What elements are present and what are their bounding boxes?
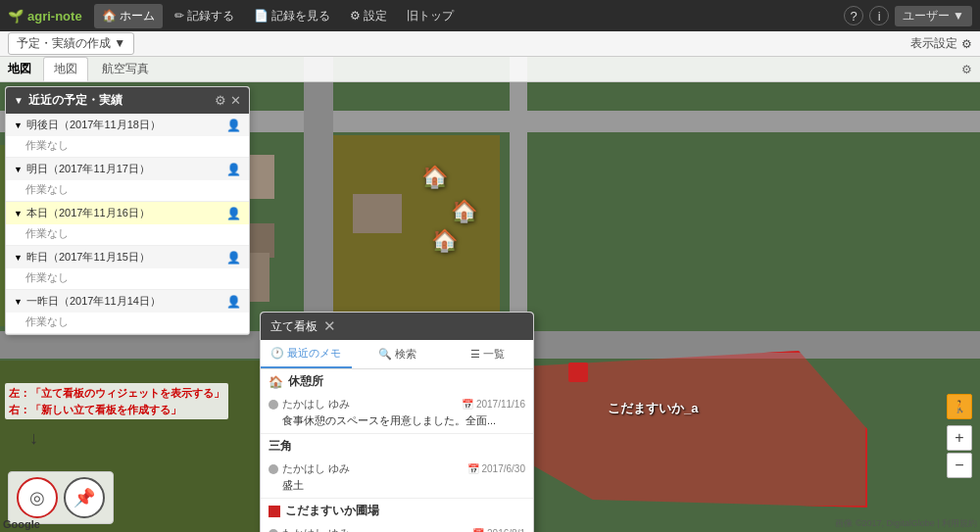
person-icon-2[interactable]: 👤 bbox=[226, 207, 241, 220]
tab-map[interactable]: 地図 bbox=[43, 57, 88, 81]
settings-nav-icon: ⚙ bbox=[350, 9, 361, 23]
map-title-bar: 地図 地図 航空写真 ⚙ bbox=[0, 57, 980, 82]
map-settings-icon[interactable]: ⚙ bbox=[961, 63, 972, 76]
tate-widget-icon: ◎ bbox=[29, 487, 45, 508]
panel-header-icons: ⚙ ✕ bbox=[215, 93, 241, 108]
map-red-marker[interactable] bbox=[568, 363, 588, 382]
zoom-controls: 🚶 + − bbox=[947, 394, 972, 478]
date-text-3: 昨日（2017年11月15日） bbox=[26, 250, 150, 265]
app-name: agri-note bbox=[27, 9, 82, 24]
old-top-button[interactable]: 旧トップ bbox=[399, 4, 462, 28]
tate-entry-3[interactable]: たかはし ゆみ 📅 2016/8/1 bbox=[261, 521, 533, 532]
entry-3-author: たかはし ゆみ bbox=[282, 526, 350, 532]
tate-tab-search[interactable]: 🔍 検索 bbox=[352, 340, 443, 368]
tate-popup-close-button[interactable]: ✕ bbox=[323, 317, 336, 335]
tate-entry-2-header: たかはし ゆみ 📅 2017/6/30 bbox=[269, 461, 525, 476]
panel-title: 近近の予定・実績 bbox=[28, 92, 210, 109]
annotation-arrow: ↓ bbox=[29, 428, 38, 449]
bottom-action-buttons: ◎ 📌 bbox=[8, 471, 114, 524]
entry-3-date: 📅 2016/8/1 bbox=[472, 528, 525, 532]
collapse-icon-2: ▼ bbox=[14, 209, 23, 218]
schedule-date-0[interactable]: ▼ 明後日（2017年11月18日） 👤 bbox=[6, 114, 249, 136]
zoom-out-button[interactable]: − bbox=[947, 453, 972, 478]
settings-button[interactable]: ⚙ 設定 bbox=[342, 4, 395, 28]
create-schedule-button[interactable]: 予定・実績の作成 ▼ bbox=[8, 32, 134, 55]
calendar-icon-3: 📅 bbox=[472, 528, 484, 532]
panel-settings-icon[interactable]: ⚙ bbox=[215, 93, 226, 108]
zoom-in-button[interactable]: + bbox=[947, 425, 972, 451]
schedule-item-4: ▼ 一昨日（2017年11月14日） 👤 作業なし bbox=[6, 290, 249, 334]
copyright-text: 画像 ©2017, DigitalGlobe | 利用規約 bbox=[835, 517, 977, 530]
schedule-date-1[interactable]: ▼ 明日（2017年11月17日） 👤 bbox=[6, 158, 249, 180]
new-tate-icon: 📌 bbox=[74, 487, 95, 508]
schedule-date-3[interactable]: ▼ 昨日（2017年11月15日） 👤 bbox=[6, 246, 249, 268]
person-icon-1[interactable]: 👤 bbox=[226, 163, 241, 176]
schedule-date-today[interactable]: ▼ 本日（2017年11月16日） 👤 bbox=[6, 202, 249, 224]
tate-popup-content: 🏠 休憩所 たかはし ゆみ 📅 2017/11/16 食事休憩のスペースを用意し… bbox=[261, 369, 533, 532]
logo-icon: 🌱 bbox=[8, 9, 24, 24]
task-text-0: 作業なし bbox=[6, 136, 249, 157]
map-title: 地図 bbox=[8, 61, 31, 77]
tate-section-3-title: こだますいか圃場 bbox=[261, 499, 533, 521]
help-button[interactable]: ? bbox=[844, 6, 863, 25]
annotation-text: 左：「立て看板のウィジェットを表示する」 右：「新しい立て看板を作成する」 bbox=[5, 383, 228, 419]
collapse-icon-0: ▼ bbox=[14, 121, 23, 130]
tate-kanban-popup: 立て看板 ✕ 🕐 最近のメモ 🔍 検索 ☰ 一覧 🏠 休憩所 bbox=[260, 312, 534, 532]
home-icon: 🏠 bbox=[102, 9, 117, 23]
red-square-icon bbox=[269, 506, 280, 517]
search-icon: 🔍 bbox=[378, 348, 392, 361]
entry-1-dot bbox=[269, 400, 278, 410]
annotation-left: 左：「立て看板のウィジェットを表示する」 bbox=[9, 385, 224, 402]
info-button[interactable]: i bbox=[869, 6, 889, 25]
entry-2-author: たかはし ゆみ bbox=[282, 461, 350, 476]
top-navigation: 🌱 agri-note 🏠 ホーム ✏ 記録する 📄 記録を見る ⚙ 設定 旧ト… bbox=[0, 0, 980, 31]
schedule-panel: ▼ 近近の予定・実績 ⚙ ✕ ▼ 明後日（2017年11月18日） 👤 作業なし… bbox=[5, 86, 250, 335]
task-text-4: 作業なし bbox=[6, 313, 249, 333]
house-section-icon: 🏠 bbox=[269, 375, 283, 389]
display-settings-icon: ⚙ bbox=[961, 37, 972, 51]
house-icon-2[interactable]: 🏠 bbox=[451, 199, 477, 224]
user-name: ユーザー bbox=[903, 8, 950, 24]
tate-entry-2[interactable]: たかはし ゆみ 📅 2017/6/30 盛土 bbox=[261, 457, 533, 499]
tate-popup-header: 立て看板 ✕ bbox=[261, 313, 533, 340]
panel-arrow-icon: ▼ bbox=[14, 95, 24, 106]
task-text-2: 作業なし bbox=[6, 224, 249, 245]
house-icon-3[interactable]: 🏠 bbox=[431, 228, 458, 254]
view-records-button[interactable]: 📄 記録を見る bbox=[246, 4, 338, 28]
annotation-right: 右：「新しい立て看板を作成する」 bbox=[9, 402, 224, 418]
panel-close-icon[interactable]: ✕ bbox=[230, 93, 241, 108]
date-text-0: 明後日（2017年11月18日） bbox=[26, 118, 161, 132]
date-text-2: 本日（2017年11月16日） bbox=[26, 206, 150, 220]
clock-icon: 🕐 bbox=[270, 347, 284, 360]
list-icon: ☰ bbox=[470, 348, 480, 361]
schedule-date-4[interactable]: ▼ 一昨日（2017年11月14日） 👤 bbox=[6, 290, 249, 313]
schedule-item-0: ▼ 明後日（2017年11月18日） 👤 作業なし bbox=[6, 114, 249, 158]
house-icon-1[interactable]: 🏠 bbox=[421, 165, 448, 190]
tate-entry-1-header: たかはし ゆみ 📅 2017/11/16 bbox=[269, 397, 525, 411]
entry-1-desc: 食事休憩のスペースを用意しました。全面... bbox=[269, 413, 525, 428]
schedule-item-2: ▼ 本日（2017年11月16日） 👤 作業なし bbox=[6, 202, 249, 246]
entry-1-date: 📅 2017/11/16 bbox=[462, 399, 525, 410]
street-view-button[interactable]: 🚶 bbox=[947, 394, 972, 419]
display-settings-button[interactable]: 表示設定 ⚙ bbox=[910, 35, 972, 52]
new-tate-button[interactable]: 📌 bbox=[64, 477, 105, 518]
tab-satellite[interactable]: 航空写真 bbox=[92, 58, 159, 80]
home-button[interactable]: 🏠 ホーム bbox=[94, 4, 163, 28]
person-icon-3[interactable]: 👤 bbox=[226, 251, 241, 265]
app-logo: 🌱 agri-note bbox=[8, 9, 82, 24]
tate-tab-recent[interactable]: 🕐 最近のメモ bbox=[261, 340, 352, 368]
user-menu-button[interactable]: ユーザー ▼ bbox=[895, 6, 972, 26]
tate-popup-title: 立て看板 bbox=[270, 318, 318, 335]
person-icon-0[interactable]: 👤 bbox=[226, 119, 241, 132]
collapse-icon-4: ▼ bbox=[14, 297, 23, 307]
entry-1-author: たかはし ゆみ bbox=[282, 397, 350, 411]
collapse-icon-3: ▼ bbox=[14, 253, 23, 263]
calendar-icon-1: 📅 bbox=[462, 399, 473, 410]
record-button[interactable]: ✏ 記録する bbox=[167, 4, 242, 28]
nav-right-area: ? i ユーザー ▼ bbox=[844, 6, 972, 26]
tate-tab-list[interactable]: ☰ 一覧 bbox=[442, 340, 533, 368]
file-icon: 📄 bbox=[254, 9, 269, 23]
person-icon-4[interactable]: 👤 bbox=[226, 295, 241, 309]
show-tate-widget-button[interactable]: ◎ bbox=[17, 477, 58, 518]
tate-entry-1[interactable]: たかはし ゆみ 📅 2017/11/16 食事休憩のスペースを用意しました。全面… bbox=[261, 392, 533, 434]
